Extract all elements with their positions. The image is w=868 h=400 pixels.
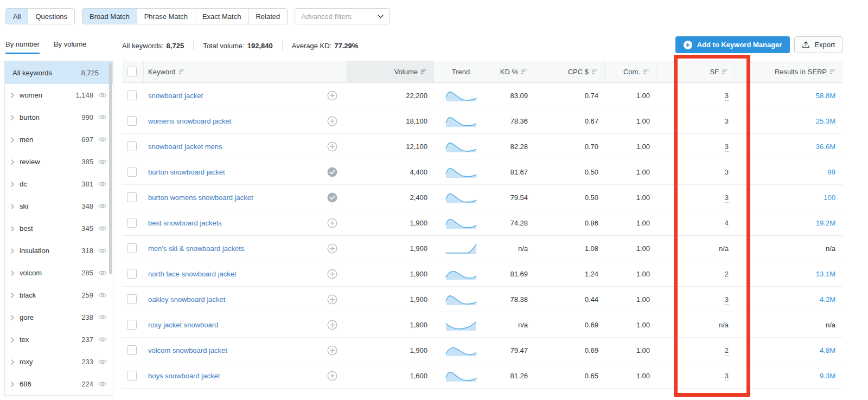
- eye-icon[interactable]: [98, 181, 107, 187]
- header-com[interactable]: Com.: [605, 61, 656, 82]
- sidebar-group-item[interactable]: dc 381: [5, 173, 113, 195]
- keyword-link[interactable]: north face snowboard jacket: [148, 270, 237, 278]
- serp-results-link[interactable]: 13.1M: [816, 270, 835, 278]
- serp-results-link[interactable]: 99: [828, 168, 835, 176]
- add-keyword-icon[interactable]: [327, 91, 337, 101]
- row-checkbox[interactable]: [127, 294, 137, 304]
- serp-results-link[interactable]: 100: [824, 193, 835, 202]
- sf-value[interactable]: 2: [725, 346, 729, 356]
- sidebar-group-item[interactable]: gore 238: [5, 306, 113, 328]
- serp-results-link[interactable]: 58.8M: [816, 92, 835, 100]
- export-button[interactable]: Export: [794, 36, 843, 53]
- add-keyword-icon[interactable]: [327, 294, 337, 305]
- keyword-link[interactable]: womens snowboard jacket: [148, 117, 231, 125]
- row-checkbox[interactable]: [127, 192, 137, 202]
- header-results-in-serp[interactable]: Results in SERP: [735, 61, 843, 82]
- filter-tab[interactable]: Related: [248, 9, 287, 24]
- sf-value[interactable]: 3: [725, 143, 729, 152]
- serp-results-link[interactable]: 19.2M: [816, 219, 835, 227]
- serp-results-link[interactable]: 36.6M: [816, 143, 835, 151]
- serp-results-link[interactable]: n/a: [826, 321, 835, 329]
- sidebar-group-item[interactable]: burton 990: [5, 106, 113, 128]
- sf-value[interactable]: n/a: [719, 321, 729, 330]
- add-keyword-icon[interactable]: [327, 167, 337, 177]
- eye-icon[interactable]: [98, 137, 107, 143]
- select-all-checkbox[interactable]: [127, 67, 137, 76]
- sidebar-scrollbar[interactable]: [109, 63, 112, 274]
- row-checkbox[interactable]: [127, 141, 137, 151]
- sidebar-group-item[interactable]: insulation 318: [5, 240, 113, 262]
- keyword-link[interactable]: burton womens snowboard jacket: [148, 193, 253, 202]
- row-checkbox[interactable]: [127, 371, 137, 380]
- header-volume[interactable]: Volume: [347, 61, 434, 82]
- row-checkbox[interactable]: [127, 167, 137, 177]
- sidebar-group-item[interactable]: black 259: [5, 284, 113, 306]
- sf-value[interactable]: 4: [725, 219, 729, 228]
- sf-value[interactable]: 3: [725, 295, 729, 305]
- row-checkbox[interactable]: [127, 345, 137, 355]
- sidebar-item-all-keywords[interactable]: All keywords 8,725: [5, 61, 113, 84]
- sidebar-group-item[interactable]: men 697: [5, 128, 113, 151]
- row-checkbox[interactable]: [127, 320, 137, 330]
- sf-value[interactable]: 2: [725, 270, 729, 279]
- sidebar-group-item[interactable]: review 385: [5, 151, 113, 173]
- row-checkbox[interactable]: [127, 218, 137, 228]
- eye-icon[interactable]: [98, 159, 107, 165]
- row-checkbox[interactable]: [127, 269, 137, 279]
- header-sf[interactable]: SF: [656, 61, 735, 82]
- eye-icon[interactable]: [98, 359, 107, 365]
- sidebar-group-item[interactable]: volcom 285: [5, 262, 113, 284]
- keyword-link[interactable]: snowboard jacket mens: [148, 143, 222, 151]
- add-keyword-icon[interactable]: [327, 269, 337, 279]
- sidebar-group-item[interactable]: best 345: [5, 217, 113, 240]
- eye-icon[interactable]: [98, 92, 107, 98]
- keyword-link[interactable]: best snowboard jackets: [148, 219, 222, 227]
- filter-tab[interactable]: All: [6, 9, 28, 24]
- eye-icon[interactable]: [98, 314, 107, 320]
- add-to-keyword-manager-button[interactable]: + Add to Keyword Manager: [675, 36, 790, 53]
- filter-tab[interactable]: Phrase Match: [137, 9, 195, 24]
- add-keyword-icon[interactable]: [327, 371, 337, 381]
- add-keyword-icon[interactable]: [327, 218, 337, 228]
- eye-icon[interactable]: [98, 114, 107, 120]
- serp-results-link[interactable]: 4.8M: [820, 346, 835, 354]
- sidebar-group-item[interactable]: roxy 233: [5, 351, 113, 373]
- keyword-link[interactable]: boys snowboard jacket: [148, 372, 220, 380]
- sf-value[interactable]: 3: [725, 168, 729, 177]
- keyword-link[interactable]: volcom snowboard jacket: [148, 346, 227, 354]
- serp-results-link[interactable]: n/a: [826, 244, 835, 253]
- add-keyword-icon[interactable]: [327, 192, 337, 203]
- row-checkbox[interactable]: [127, 91, 137, 100]
- sidebar-group-item[interactable]: women 1,148: [5, 84, 113, 106]
- add-keyword-icon[interactable]: [327, 345, 337, 356]
- add-keyword-icon[interactable]: [327, 320, 337, 330]
- header-kd[interactable]: KD %: [488, 61, 534, 82]
- view-tab[interactable]: By number: [5, 40, 40, 54]
- serp-results-link[interactable]: 25.3M: [816, 117, 835, 125]
- view-tab[interactable]: By volume: [54, 40, 87, 54]
- add-keyword-icon[interactable]: [327, 141, 337, 152]
- eye-icon[interactable]: [98, 381, 107, 387]
- sf-value[interactable]: 3: [725, 117, 729, 126]
- filter-tab[interactable]: Broad Match: [82, 9, 137, 24]
- sidebar-group-item[interactable]: tex 237: [5, 328, 113, 351]
- sidebar-group-item[interactable]: 686 224: [5, 373, 113, 395]
- keyword-link[interactable]: oakley snowboard jacket: [148, 295, 225, 304]
- eye-icon[interactable]: [98, 225, 107, 231]
- sidebar-group-item[interactable]: ski 348: [5, 195, 113, 217]
- sf-value[interactable]: 3: [725, 372, 729, 381]
- eye-icon[interactable]: [98, 270, 107, 276]
- sf-value[interactable]: 3: [725, 92, 729, 101]
- eye-icon[interactable]: [98, 292, 107, 298]
- header-cpc[interactable]: CPC $: [534, 61, 605, 82]
- header-keyword[interactable]: Keyword: [144, 61, 347, 82]
- row-checkbox[interactable]: [127, 243, 137, 253]
- eye-icon[interactable]: [98, 203, 107, 209]
- keyword-link[interactable]: roxy jacket snowboard: [148, 321, 218, 329]
- eye-icon[interactable]: [98, 248, 107, 254]
- add-keyword-icon[interactable]: [327, 116, 337, 126]
- keyword-link[interactable]: men's ski & snowboard jackets: [148, 244, 244, 253]
- keyword-link[interactable]: snowboard jacket: [148, 92, 203, 100]
- keyword-link[interactable]: burton snowboard jacket: [148, 168, 225, 176]
- serp-results-link[interactable]: 9.3M: [820, 372, 835, 380]
